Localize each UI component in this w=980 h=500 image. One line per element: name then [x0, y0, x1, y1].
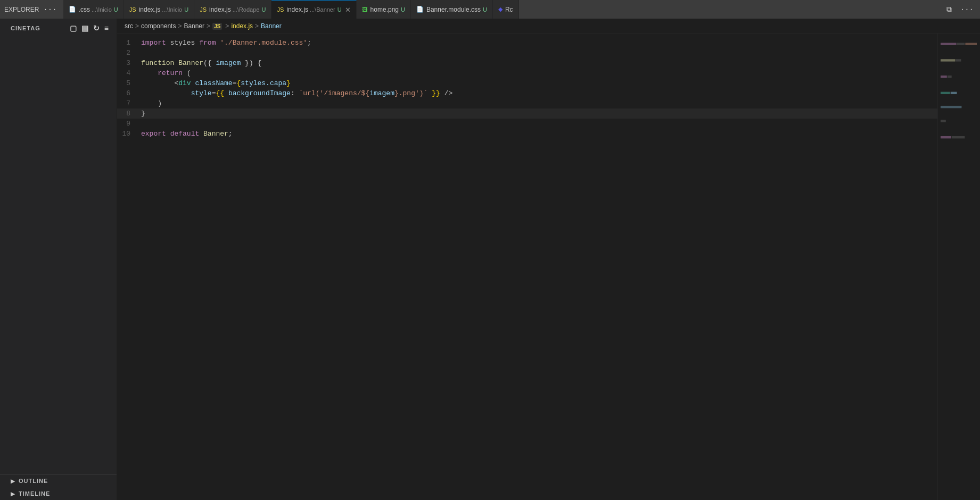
line-content[interactable]: <div className={styles.capa} [141, 78, 937, 88]
refresh-icon[interactable]: ↻ [92, 23, 101, 34]
tab-label: .css [79, 6, 90, 13]
svg-rect-1 [941, 43, 957, 45]
collapse-icon[interactable]: ≡ [103, 23, 110, 34]
plain-token [166, 130, 170, 138]
line-content[interactable] [141, 119, 937, 129]
svg-rect-6 [941, 76, 947, 78]
sidebar-tree [0, 36, 117, 474]
tab-path: ...\Inicio [162, 6, 182, 13]
line-content[interactable]: return ( [141, 68, 937, 78]
line-content[interactable]: function Banner({ imagem }) { [141, 58, 937, 68]
tab-badge: U [261, 6, 266, 13]
svg-rect-7 [948, 76, 952, 78]
breadcrumb: src>components>Banner>JS>index.js>Banner [117, 19, 980, 34]
tab-tab-js-rodape[interactable]: JSindex.js...\RodapeU [194, 0, 271, 19]
template-str-token: }.png')` [394, 89, 427, 97]
breadcrumb-item-banner[interactable]: Banner [261, 22, 282, 30]
titlebar-more-button[interactable]: ··· [43, 5, 56, 14]
svg-rect-11 [941, 120, 946, 122]
brace-token: } [286, 79, 291, 87]
timeline-panel-header[interactable]: ▶ TIMELINE [0, 487, 117, 500]
tab-label: Rc [505, 6, 513, 13]
plain-token [141, 69, 158, 77]
tab-close-button[interactable]: ✕ [345, 6, 351, 14]
css-tab-icon: 📄 [416, 6, 424, 13]
tab-tab-css-inicio[interactable]: 📄.css...\InicioU [63, 0, 124, 19]
main-layout: CINETAG ▢ ▤ ↻ ≡ ▶ OUTLINE ▶ TIMELINE [0, 19, 980, 500]
line-content[interactable] [141, 48, 937, 58]
jsx-attr-token: style [191, 89, 212, 97]
line-content[interactable]: import styles from './Banner.module.css'… [141, 38, 937, 48]
titlebar-actions: ⧉ ··· [944, 4, 976, 15]
plain-token [141, 89, 191, 97]
plain-token [199, 130, 203, 138]
breadcrumb-item-index.js[interactable]: index.js [231, 22, 253, 30]
plain-token: ; [307, 39, 311, 47]
code-line: 10export default Banner; [117, 129, 937, 139]
tab-tab-rc[interactable]: ◆Rc [493, 0, 519, 19]
outline-panel-header[interactable]: ▶ OUTLINE [0, 474, 117, 487]
line-content[interactable]: ) [141, 98, 937, 109]
line-content[interactable]: export default Banner; [141, 129, 937, 139]
more-actions-icon[interactable]: ··· [958, 4, 976, 15]
tab-tab-js-inicio[interactable]: JSindex.js...\InicioU [124, 0, 194, 19]
svg-rect-10 [941, 106, 962, 108]
breadcrumb-separator: > [207, 22, 210, 30]
code-line: 7 ) [117, 98, 937, 109]
breadcrumb-item-banner[interactable]: Banner [184, 22, 204, 30]
plain-token [224, 89, 228, 97]
brace-token: }} [432, 89, 440, 97]
fn-name-token: Banner [203, 130, 228, 138]
kw-function-token: function [141, 59, 174, 67]
template-str-token: `url('/imagens/${ [299, 89, 370, 97]
kw-import-token: import [141, 39, 166, 47]
code-line: 6 style={{ backgroundImage: `url('/image… [117, 88, 937, 98]
outline-arrow-icon: ▶ [11, 478, 15, 484]
tab-badge: U [337, 6, 342, 13]
punct-token: } [245, 59, 249, 67]
plain-token: styles [166, 39, 199, 47]
line-content[interactable]: } [141, 109, 937, 119]
svg-rect-8 [941, 92, 950, 94]
fn-name-token: Banner [178, 59, 203, 67]
new-file-icon[interactable]: ▢ [69, 23, 78, 34]
line-number: 1 [117, 38, 141, 48]
tab-label: Banner.module.css [426, 6, 481, 13]
jsx-tag-token: div [178, 79, 191, 87]
svg-rect-12 [941, 136, 951, 138]
line-number: 8 [117, 109, 141, 119]
split-editor-icon[interactable]: ⧉ [944, 4, 954, 15]
breadcrumb-separator: > [255, 22, 259, 30]
editor-area: src>components>Banner>JS>index.js>Banner… [117, 19, 980, 500]
sidebar-bottom: ▶ OUTLINE ▶ TIMELINE [0, 474, 117, 500]
plain-token [241, 59, 245, 67]
line-number: 4 [117, 68, 141, 78]
breadcrumb-item-components[interactable]: components [141, 22, 176, 30]
tab-path: ...\Rodape [233, 6, 260, 13]
punct-token: { [208, 59, 212, 67]
plain-token [141, 79, 174, 87]
sidebar-title: CINETAG [11, 25, 40, 31]
kw-default-token: default [170, 130, 200, 138]
new-folder-icon[interactable]: ▤ [80, 23, 90, 34]
tab-badge: U [184, 6, 188, 13]
tab-tab-png-home[interactable]: 🖼home.pngU [357, 0, 411, 19]
tab-label: index.js [286, 6, 308, 13]
code-editor[interactable]: 1import styles from './Banner.module.css… [117, 34, 937, 500]
js-tab-icon: JS [129, 6, 136, 13]
line-number: 10 [117, 129, 141, 139]
brace-token: {{ [216, 89, 224, 97]
code-line: 9 [117, 119, 937, 129]
breadcrumb-item-src[interactable]: src [125, 22, 133, 30]
code-line: 2 [117, 48, 937, 58]
plain-token: ( [203, 59, 208, 67]
tab-tab-css-banner-module[interactable]: 📄Banner.module.cssU [411, 0, 493, 19]
line-content[interactable]: style={{ backgroundImage: `url('/imagens… [141, 88, 937, 98]
code-line: 3function Banner({ imagem }) { [117, 58, 937, 68]
tab-tab-js-banner[interactable]: JSindex.js...\BannerU✕ [271, 0, 356, 19]
breadcrumb-separator: > [225, 22, 229, 30]
breadcrumb-item-js[interactable]: JS [212, 22, 223, 30]
var-name-token: imagem [216, 59, 241, 67]
jsx-attr-token: className [195, 79, 232, 87]
line-number: 2 [117, 48, 141, 58]
